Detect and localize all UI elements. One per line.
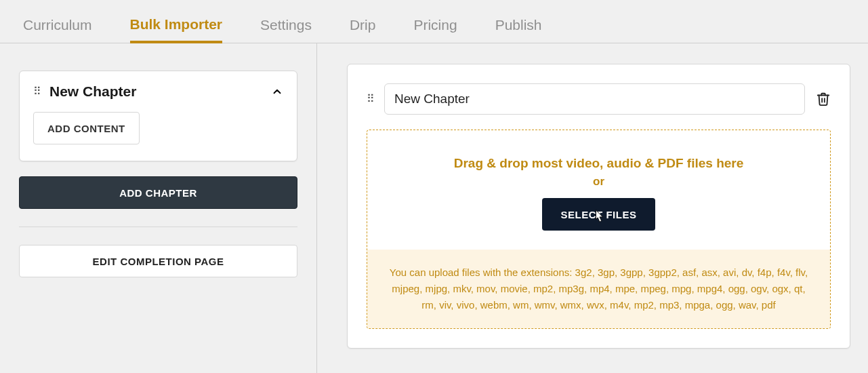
divider	[19, 227, 297, 227]
add-content-button[interactable]: ADD CONTENT	[33, 112, 140, 144]
chevron-up-icon[interactable]	[271, 85, 283, 98]
tab-publish[interactable]: Publish	[495, 17, 542, 43]
tab-pricing[interactable]: Pricing	[413, 17, 457, 43]
tab-settings[interactable]: Settings	[260, 17, 312, 43]
dropzone-extensions: You can upload files with the extensions…	[367, 250, 830, 328]
trash-icon[interactable]	[816, 92, 831, 106]
tab-curriculum[interactable]: Curriculum	[23, 17, 92, 43]
edit-completion-button[interactable]: EDIT COMPLETION PAGE	[19, 245, 297, 277]
dropzone-or: or	[381, 175, 817, 189]
drag-handle-icon[interactable]: ⠿	[367, 94, 373, 104]
tabs-bar: Curriculum Bulk Importer Settings Drip P…	[0, 0, 868, 43]
chapter-card: ⠿ New Chapter ADD CONTENT	[19, 71, 297, 161]
chapter-editor-card: ⠿ Drag & drop most video, audio & PDF fi…	[347, 64, 850, 349]
file-dropzone[interactable]: Drag & drop most video, audio & PDF file…	[367, 130, 831, 329]
dropzone-top: Drag & drop most video, audio & PDF file…	[367, 130, 830, 250]
chapter-title-input[interactable]	[384, 83, 805, 115]
chapter-title: New Chapter	[49, 83, 262, 100]
dropzone-instruction: Drag & drop most video, audio & PDF file…	[381, 156, 817, 171]
tab-drip[interactable]: Drip	[350, 17, 376, 43]
tab-bulk-importer[interactable]: Bulk Importer	[130, 16, 223, 43]
cursor-pointer-icon	[592, 208, 606, 226]
select-files-button[interactable]: SELECT FILES	[542, 198, 656, 231]
main-panel: ⠿ Drag & drop most video, audio & PDF fi…	[317, 43, 868, 373]
drag-handle-icon[interactable]: ⠿	[33, 86, 40, 97]
sidebar: ⠿ New Chapter ADD CONTENT ADD CHAPTER ED…	[0, 43, 317, 373]
add-chapter-button[interactable]: ADD CHAPTER	[19, 176, 297, 209]
